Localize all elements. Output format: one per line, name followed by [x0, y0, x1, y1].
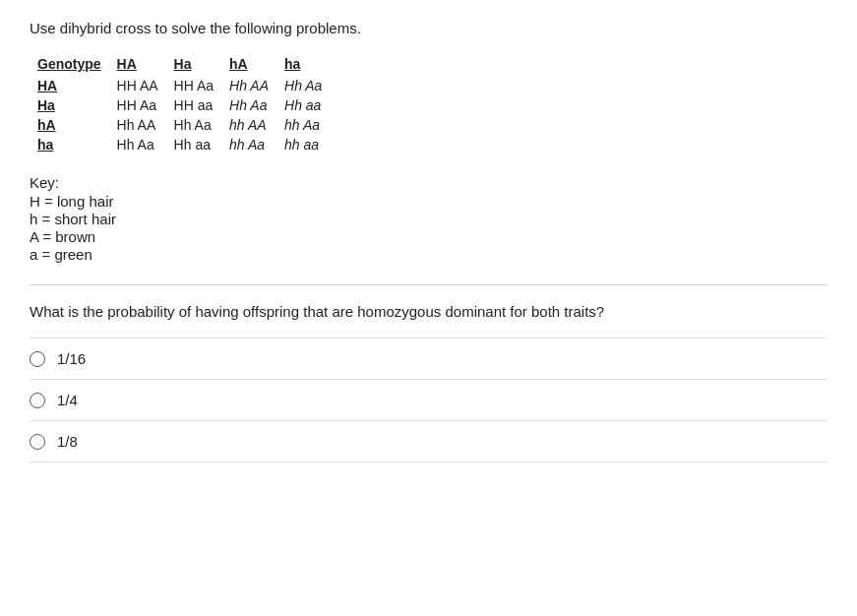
key-section: Key: H = long hairh = short hairA = brow…: [30, 174, 827, 263]
row-label-HA: HA: [30, 76, 109, 95]
table-cell: Hh aa: [166, 135, 221, 154]
option-row-1[interactable]: 1/4: [30, 380, 827, 421]
table-cell: Hh Aa: [276, 76, 330, 95]
radio-button-2[interactable]: [30, 434, 45, 450]
table-cell: hh Aa: [276, 115, 330, 135]
question-text: What is the probability of having offspr…: [30, 284, 827, 320]
table-row: HAHH AAHH AaHh AAHh Aa: [30, 76, 330, 95]
table-cell: Hh Aa: [221, 95, 276, 115]
col-header-ha: ha: [276, 54, 330, 76]
col-header-HA: HA: [109, 54, 166, 76]
option-row-2[interactable]: 1/8: [30, 421, 827, 462]
col-header-hA: hA: [221, 54, 276, 76]
table-row: haHh AaHh aahh Aahh aa: [30, 135, 330, 154]
row-label-Ha: Ha: [30, 95, 109, 115]
table-cell: Hh aa: [276, 95, 330, 115]
option-label-0: 1/16: [57, 350, 86, 367]
table-row: HaHH AaHH aaHh AaHh aa: [30, 95, 330, 115]
key-item-2: A = brown: [30, 228, 827, 245]
instruction-text: Use dihybrid cross to solve the followin…: [30, 20, 827, 36]
radio-button-1[interactable]: [30, 393, 45, 408]
option-row-0[interactable]: 1/16: [30, 338, 827, 380]
col-header-Ha: Ha: [166, 54, 221, 76]
options-section: 1/161/41/8: [30, 338, 827, 462]
key-item-3: a = green: [30, 246, 827, 263]
table-cell: Hh Aa: [109, 135, 166, 154]
option-label-2: 1/8: [57, 433, 78, 450]
option-label-1: 1/4: [57, 392, 78, 408]
key-item-0: H = long hair: [30, 193, 827, 210]
table-cell: hh Aa: [221, 135, 276, 154]
col-header-genotype: Genotype: [30, 54, 109, 76]
table-cell: hh aa: [276, 135, 330, 154]
table-cell: Hh Aa: [166, 115, 221, 135]
table-cell: HH AA: [109, 76, 166, 95]
table-cell: hh AA: [221, 115, 276, 135]
table-cell: HH aa: [166, 95, 221, 115]
row-label-hA: hA: [30, 115, 109, 135]
radio-button-0[interactable]: [30, 351, 45, 367]
table-row: hAHh AAHh Aahh AAhh Aa: [30, 115, 330, 135]
row-label-ha: ha: [30, 135, 109, 154]
key-item-1: h = short hair: [30, 211, 827, 227]
table-cell: Hh AA: [221, 76, 276, 95]
table-cell: HH Aa: [166, 76, 221, 95]
table-cell: Hh AA: [109, 115, 166, 135]
key-title: Key:: [30, 174, 827, 191]
table-cell: HH Aa: [109, 95, 166, 115]
table-header-row: Genotype HA Ha hA ha: [30, 54, 330, 76]
punnett-table: Genotype HA Ha hA ha HAHH AAHH AaHh AAHh…: [30, 54, 330, 154]
